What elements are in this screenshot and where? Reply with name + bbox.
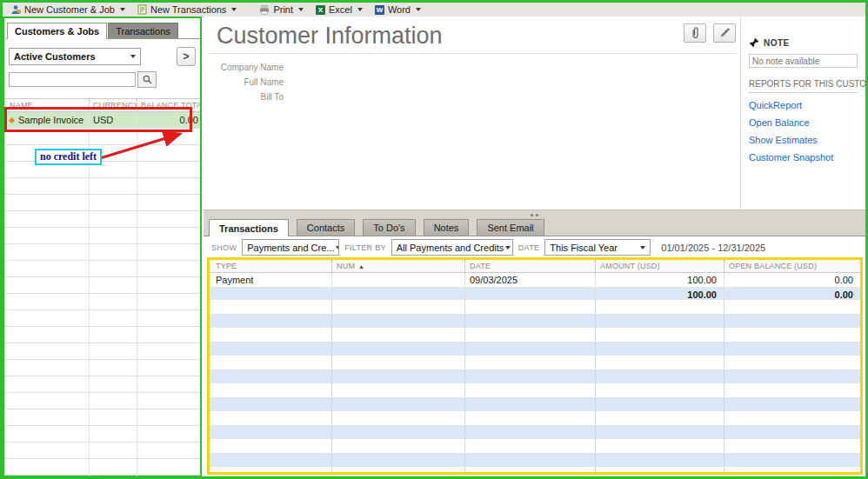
empty-customer-row [4,162,200,178]
empty-customer-row [4,195,200,211]
link-customer-snapshot[interactable]: Customer Snapshot [749,152,858,163]
date-range-text: 01/01/2025 - 12/31/2025 [661,243,765,253]
field-label-company-name: Company Name [204,63,284,72]
note-input[interactable] [749,54,858,68]
column-divider [595,300,596,472]
filter-by-label: FILTER BY [344,243,386,252]
date-dropdown-value: This Fiscal Year [550,243,618,253]
print-icon [259,5,270,15]
toolbar-item-label: Word [388,4,411,15]
print-button[interactable]: Print [253,3,310,17]
link-show-estimates[interactable]: Show Estimates [749,135,858,145]
transactions-panel-tabs: Transactions Contacts To Do's Notes Sent… [204,219,865,236]
empty-customer-row [4,145,200,162]
bp-tab-sent-email[interactable]: Sent Email [477,219,544,236]
empty-customer-row [4,178,200,195]
chevron-down-icon [120,8,125,11]
link-quickreport[interactable]: QuickReport [749,100,858,110]
splitter-dot [531,214,533,216]
empty-customer-row [4,376,200,393]
page-title: Customer Information [217,23,443,50]
empty-customer-row [4,244,200,261]
field-label-full-name: Full Name [204,77,284,87]
attach-file-button[interactable] [684,23,706,43]
customers-list: NAME CURRENCY BALANCE TOTAL Sample Invoi… [4,98,200,479]
main-area: Customer Information Company Name Full N… [204,17,865,476]
customer-name: Sample Invoice [18,115,83,125]
customer-balance-cell: 0.00 [137,112,200,128]
tab-transactions[interactable]: Transactions [108,23,178,38]
column-currency[interactable]: CURRENCY [89,99,137,111]
empty-rows-area [210,300,860,472]
chevron-down-icon [231,8,237,11]
empty-customer-row [4,476,200,479]
column-name[interactable]: NAME [4,99,89,111]
new-customer-job-button[interactable]: New Customer & Job [4,3,131,17]
toolbar: New Customer & Job New Transactions Prin… [3,3,865,17]
excel-button[interactable]: X Excel [310,3,369,17]
empty-customer-row [4,228,200,244]
customer-filter-dropdown[interactable]: Active Customers [9,48,141,65]
word-button[interactable]: W Word [369,3,427,17]
bp-tab-contacts[interactable]: Contacts [297,219,355,236]
sort-ascending-icon: ▲ [358,263,364,269]
bp-tab-todos[interactable]: To Do's [363,219,415,236]
date-dropdown[interactable]: This Fiscal Year [544,239,651,256]
show-dropdown-value: Payments and Cre... [247,243,334,253]
collapse-panel-button[interactable]: > [177,47,196,66]
customers-list-header: NAME CURRENCY BALANCE TOTAL [4,98,200,112]
search-icon [143,75,152,84]
pencil-icon [718,27,731,39]
transaction-row[interactable]: Payment 09/03/2025 100.00 0.00 [210,273,860,288]
column-open-balance[interactable]: OPEN BALANCE (USD) [724,260,860,272]
transaction-num-cell [331,273,464,287]
empty-customer-row [4,442,200,459]
bp-tab-notes[interactable]: Notes [424,219,470,236]
transactions-panel: Transactions Contacts To Do's Notes Sent… [204,219,865,476]
show-dropdown[interactable]: Payments and Cre... [242,239,339,256]
field-label-bill-to: Bill To [204,92,284,102]
empty-customer-row [4,327,200,343]
column-amount[interactable]: AMOUNT (USD) [595,260,724,272]
pin-icon [749,37,759,48]
link-open-balance[interactable]: Open Balance [749,117,858,128]
column-balance-total[interactable]: BALANCE TOTAL [137,99,200,111]
customer-search-input[interactable] [9,72,136,87]
empty-customer-row [4,129,200,145]
column-date[interactable]: DATE [464,260,595,272]
annotation-label: no credit left [35,149,102,165]
empty-customer-row [4,310,200,327]
empty-customer-row [4,459,200,476]
tab-customers-jobs[interactable]: Customers & Jobs [7,23,107,39]
chevron-down-icon [640,246,645,249]
chevron-down-icon [357,8,363,11]
edit-customer-button[interactable] [713,23,736,43]
empty-customer-row [4,393,200,409]
column-num-label: NUM [337,262,355,270]
empty-customer-row [4,261,200,277]
empty-customer-row [4,409,200,426]
transaction-open-balance-cell: 0.00 [724,273,860,287]
toolbar-item-label: Print [273,4,293,15]
search-button[interactable] [137,71,157,88]
transactions-table: TYPE NUM ▲ DATE AMOUNT (USD) OPEN BALANC… [207,257,863,475]
customer-currency-cell: USD [89,112,137,128]
column-divider [464,300,465,472]
chevron-down-icon [298,8,304,11]
filter-by-dropdown[interactable]: All Payments and Credits [391,239,513,256]
empty-customer-row [4,294,200,310]
customer-information-section: Customer Information Company Name Full N… [204,17,865,210]
toolbar-item-label: New Transactions [150,4,226,15]
customer-row[interactable]: Sample Invoice USD 0.00 [4,112,200,129]
new-transactions-button[interactable]: New Transactions [131,3,243,17]
column-num[interactable]: NUM ▲ [331,260,464,272]
customers-panel: Customers & Jobs Transactions Active Cus… [3,17,202,476]
bp-tab-transactions[interactable]: Transactions [209,219,289,236]
chevron-down-icon [416,8,421,11]
transactions-filters: SHOW Payments and Cre... FILTER BY All P… [204,236,865,258]
chevron-down-icon [336,246,339,249]
paperclip-icon [690,26,701,40]
transaction-type-cell: Payment [210,273,331,287]
new-customer-icon [10,4,21,15]
column-type[interactable]: TYPE [210,260,331,272]
